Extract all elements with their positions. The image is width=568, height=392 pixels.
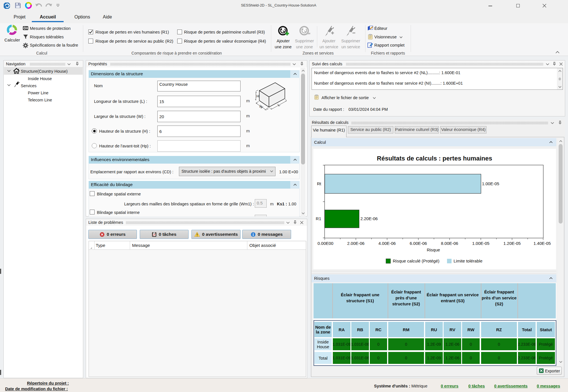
svg-text:Risque calculé (Protégé): Risque calculé (Protégé) bbox=[393, 258, 439, 263]
svg-text:0.00E00: 0.00E00 bbox=[318, 241, 333, 246]
svg-text:Limite tolérable: Limite tolérable bbox=[454, 258, 483, 263]
svg-text:1.00E-05: 1.00E-05 bbox=[482, 181, 499, 186]
svg-text:4.00E-06: 4.00E-06 bbox=[379, 241, 396, 246]
svg-text:8.00E-06: 8.00E-06 bbox=[441, 241, 458, 246]
svg-text:2.00E-06: 2.00E-06 bbox=[347, 241, 365, 246]
svg-text:Résultats de calculs : pertes: Résultats de calculs : pertes humaines bbox=[377, 155, 492, 162]
svg-text:H: H bbox=[256, 94, 259, 98]
svg-text:Risque: Risque bbox=[427, 247, 440, 252]
svg-text:R1: R1 bbox=[316, 216, 321, 221]
svg-text:1.00E-05: 1.00E-05 bbox=[472, 241, 490, 246]
svg-text:1.40E-05: 1.40E-05 bbox=[534, 241, 551, 246]
svg-text:Rt: Rt bbox=[317, 181, 321, 186]
svg-text:L: L bbox=[277, 103, 281, 107]
svg-text:2.20E-06: 2.20E-06 bbox=[360, 216, 378, 221]
svg-text:1.20E-05: 1.20E-05 bbox=[504, 241, 521, 246]
svg-text:6.00E-06: 6.00E-06 bbox=[410, 241, 427, 246]
svg-text:W: W bbox=[258, 104, 264, 110]
